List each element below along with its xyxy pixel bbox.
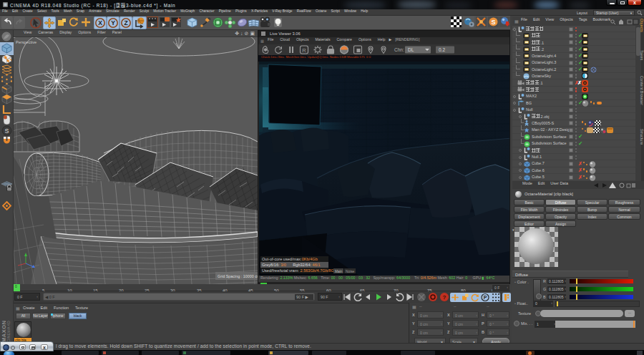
svg-text:DL: DL [408, 47, 414, 52]
svg-text:Noise: Noise [346, 270, 355, 273]
svg-text:P: P [484, 295, 487, 300]
svg-text:S: S [4, 127, 9, 135]
svg-text:Main: Main [335, 270, 343, 273]
svg-text:Used/free/total vram: 2.563Gb/: Used/free/total vram: 2.563Gb/4.7Gb/8Gb [262, 268, 336, 273]
svg-text:Chn:: Chn: [394, 47, 404, 52]
svg-text:R: R [302, 47, 306, 54]
svg-text:Out-of-core used/max:0Kb/4Gb: Out-of-core used/max:0Kb/4Gb [262, 257, 318, 261]
svg-text:0.2: 0.2 [439, 47, 445, 52]
svg-text:Grid Spacing : 10000 cm: Grid Spacing : 10000 cm [218, 274, 258, 278]
svg-text:Grey8/16: 3/0 Rgb32/64: 4: Grey8/16: 3/0 Rgb32/64: 46/1 [262, 263, 321, 267]
svg-text:Y: Y [111, 19, 115, 26]
svg-text:S: S [491, 19, 495, 26]
svg-text:X: X [98, 19, 102, 26]
svg-text:Perspective: Perspective [16, 40, 36, 44]
svg-text:Z: Z [124, 19, 127, 26]
svg-text:?: ? [443, 294, 447, 301]
